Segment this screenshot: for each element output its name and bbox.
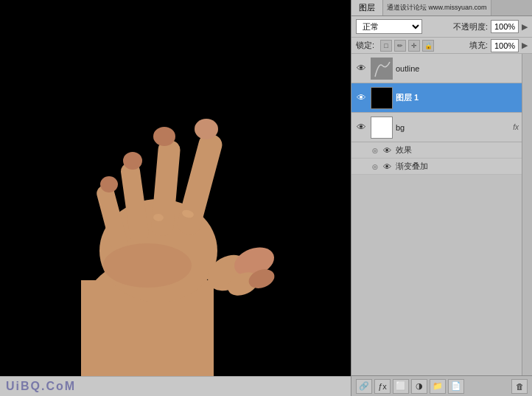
add-style-button[interactable]: ƒx [374, 379, 391, 394]
layer-thumb-bg [371, 117, 393, 139]
sub-gradient-arrow: ◎ [372, 163, 378, 170]
layer-thumb-1 [371, 87, 393, 109]
layer-item-bg[interactable]: 👁 bg fx [351, 113, 522, 142]
add-group-button[interactable]: 📁 [430, 379, 446, 394]
blend-mode-row: 正常 不透明度: ▶ [351, 16, 532, 38]
svg-point-13 [100, 176, 118, 192]
sub-layer-gradient[interactable]: ◎ 👁 渐变叠加 [351, 159, 522, 175]
lock-row: 锁定: □ ✏ ✛ 🔒 填充: ▶ [351, 38, 532, 54]
layers-with-scroll: 👁 outline 👁 图层 1 [351, 54, 532, 375]
sub-layer-effects[interactable]: ◎ 👁 效果 [351, 142, 522, 159]
opacity-arrow: ▶ [522, 22, 528, 32]
layers-scrollbar[interactable] [522, 54, 532, 375]
canvas-area: UiBQ.CoM [0, 0, 351, 396]
layer-thumb-outline [371, 58, 393, 80]
sub-layer-name-effects: 效果 [396, 145, 412, 156]
delete-layer-button[interactable]: 🗑 [511, 379, 528, 394]
layer-name-outline: outline [396, 64, 519, 73]
layer-visibility-bg[interactable]: 👁 [354, 121, 368, 134]
layer-name-bg: bg [396, 123, 510, 132]
sub-layer-name-gradient: 渐变叠加 [396, 161, 428, 172]
blend-mode-select[interactable]: 正常 [356, 19, 422, 34]
add-adjustment-button[interactable]: ◑ [411, 379, 427, 394]
panel-bottom-bar: 🔗 ƒx ⬜ ◑ 📁 📄 🗑 [351, 375, 532, 396]
fill-input[interactable] [491, 39, 519, 52]
new-layer-button[interactable]: 📄 [448, 379, 464, 394]
layers-content: 👁 outline 👁 图层 1 [351, 54, 522, 375]
lock-all-btn[interactable]: 🔒 [422, 40, 434, 52]
sub-layer-group-bg: ◎ 👁 效果 ◎ 👁 渐变叠加 [351, 142, 522, 175]
sub-layer-eye-effects[interactable]: 👁 [381, 145, 393, 156]
layers-panel: 图层 通道设计论坛 www.missyuan.com 正常 不透明度: ▶ 锁定… [351, 0, 532, 396]
opacity-label: 不透明度: [453, 21, 488, 32]
layer-visibility-outline[interactable]: 👁 [354, 62, 368, 75]
lock-position-btn[interactable]: ✛ [408, 40, 420, 52]
svg-point-9 [153, 127, 175, 146]
layer-name-1: 图层 1 [396, 92, 519, 103]
canvas-image [0, 0, 351, 376]
layer-item-outline[interactable]: 👁 outline [351, 54, 522, 83]
lock-label: 锁定: [356, 40, 374, 51]
svg-point-14 [103, 243, 192, 288]
lock-image-btn[interactable]: ✏ [394, 40, 406, 52]
layer-fx-indicator: fx [513, 123, 519, 131]
fill-label: 填充: [469, 40, 488, 51]
layer-item-1[interactable]: 👁 图层 1 [351, 83, 522, 113]
tab-layers[interactable]: 图层 [351, 0, 383, 15]
layer-visibility-1[interactable]: 👁 [354, 91, 368, 105]
main-container: UiBQ.CoM 图层 通道设计论坛 www.missyuan.com 正常 不… [0, 0, 532, 396]
canvas-bottom-bar: UiBQ.CoM [0, 376, 351, 396]
tab-channels[interactable]: 通道设计论坛 www.missyuan.com [383, 0, 491, 15]
svg-point-11 [123, 152, 142, 170]
sub-layer-eye-gradient[interactable]: 👁 [381, 161, 393, 173]
svg-point-7 [195, 119, 218, 139]
lock-icons: □ ✏ ✛ 🔒 [380, 40, 434, 52]
sub-layer-arrow: ◎ [372, 147, 378, 154]
fill-arrow: ▶ [522, 41, 528, 50]
watermark-text: UiBQ.CoM [6, 380, 76, 393]
lock-transparent-btn[interactable]: □ [380, 40, 392, 52]
panel-tabs: 图层 通道设计论坛 www.missyuan.com [351, 0, 532, 16]
link-layers-button[interactable]: 🔗 [356, 379, 372, 394]
hand-illustration [0, 0, 351, 376]
add-mask-button[interactable]: ⬜ [393, 379, 409, 394]
opacity-input[interactable] [491, 20, 519, 33]
